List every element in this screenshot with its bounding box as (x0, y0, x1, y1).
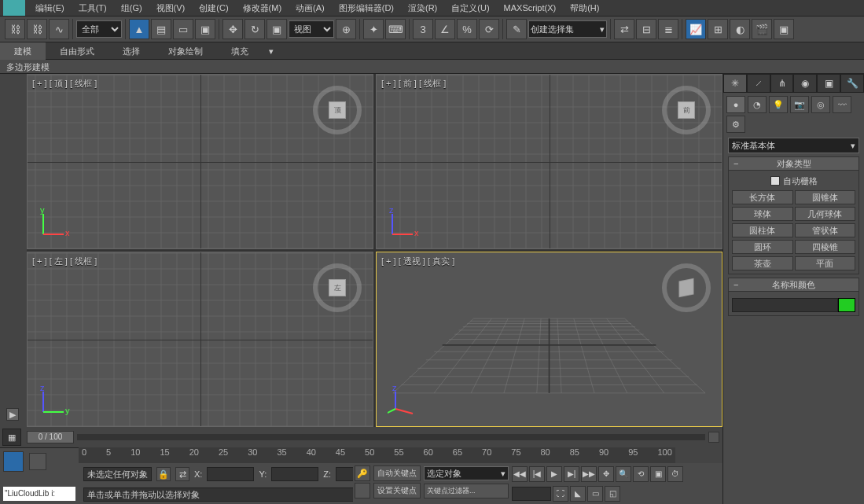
goto-start-icon[interactable]: ◀◀ (512, 466, 528, 482)
align-icon[interactable]: ⊟ (636, 19, 656, 39)
menu-tools[interactable]: 工具(T) (72, 2, 114, 14)
btn-torus[interactable]: 圆环 (732, 240, 793, 254)
abs-rel-icon[interactable]: ⇄ (175, 467, 189, 481)
angle-snap-icon[interactable]: ∠ (435, 19, 455, 39)
render-frame-icon[interactable]: ▣ (774, 19, 794, 39)
select-icon[interactable]: ▲ (129, 19, 149, 39)
key-target-dropdown[interactable]: 选定对象▾ (424, 466, 509, 480)
move-icon[interactable]: ✥ (222, 19, 243, 39)
y-field[interactable] (271, 467, 318, 481)
nav-fov-icon[interactable]: ◣ (570, 486, 586, 502)
pivot-icon[interactable]: ⊕ (336, 19, 356, 39)
rollout-name-color[interactable]: 名称和颜色 (728, 278, 859, 292)
viewcube-top[interactable]: 顶 (313, 86, 362, 134)
setkey-button[interactable]: 设置关键点 (373, 483, 421, 498)
viewport-front[interactable]: [ + ] [ 前 ] [ 线框 ] 前 zx (376, 74, 722, 249)
tab-motion-icon[interactable]: ◉ (793, 74, 817, 93)
cat-geometry-icon[interactable]: ● (726, 96, 745, 113)
vp-persp-label[interactable]: [ + ] [ 透视 ] [ 真实 ] (381, 256, 454, 267)
btn-box[interactable]: 长方体 (732, 190, 793, 204)
nav-maximize-icon[interactable]: ▣ (650, 466, 666, 482)
menu-modifier[interactable]: 修改器(M) (236, 2, 289, 14)
viewcube-persp[interactable] (662, 263, 711, 312)
ribbon-populate[interactable]: 填充 (217, 42, 263, 60)
goto-end-icon[interactable]: ▶▶ (581, 466, 597, 482)
menu-edit[interactable]: 编辑(E) (28, 2, 72, 14)
menu-customize[interactable]: 自定义(U) (444, 2, 496, 14)
viewport-perspective[interactable]: [ + ] [ 透视 ] [ 真实 ] z (376, 252, 722, 427)
render-setup-icon[interactable]: 🎬 (752, 19, 772, 39)
cat-shapes-icon[interactable]: ◔ (748, 96, 767, 113)
tab-hierarchy-icon[interactable]: ⋔ (770, 74, 794, 93)
btn-plane[interactable]: 平面 (795, 256, 856, 270)
bind-icon[interactable]: ∿ (49, 19, 69, 39)
viewport-top[interactable]: [ + ] [ 顶 ] [ 线框 ] 顶 yx (27, 74, 373, 249)
btn-teapot[interactable]: 茶壶 (732, 256, 793, 270)
btn-tube[interactable]: 管状体 (795, 223, 856, 237)
next-frame-icon[interactable]: ▶| (564, 466, 579, 482)
nav-zoom-icon[interactable]: 🔍 (616, 466, 631, 482)
menu-help[interactable]: 帮助(H) (563, 2, 606, 14)
viewcube-left[interactable]: 左 (313, 263, 362, 312)
vp-left-label[interactable]: [ + ] [ 左 ] [ 线框 ] (32, 256, 97, 267)
vp-front-label[interactable]: [ + ] [ 前 ] [ 线框 ] (381, 78, 446, 90)
rollout-object-type[interactable]: 对象类型 (728, 156, 859, 171)
autogrid-check[interactable]: 自动栅格 (732, 174, 855, 188)
nav-region-icon[interactable]: ▭ (587, 486, 603, 502)
curve-editor-icon[interactable]: 📈 (686, 19, 706, 39)
btn-pyramid[interactable]: 四棱锥 (795, 240, 856, 254)
cat-helpers-icon[interactable]: ◎ (811, 96, 830, 113)
cat-spacewarps-icon[interactable]: 〰 (833, 96, 851, 113)
mirror-icon[interactable]: ⇄ (614, 19, 634, 39)
select-name-icon[interactable]: ▤ (151, 19, 171, 39)
nav-orbit-icon[interactable]: ⟲ (633, 466, 649, 482)
ribbon-model[interactable]: 建模 (0, 42, 46, 60)
tab-display-icon[interactable]: ▣ (817, 74, 840, 93)
play-icon[interactable]: ▶ (546, 466, 562, 482)
rotate-icon[interactable]: ↻ (244, 19, 265, 39)
selection-filter[interactable]: 全部 (76, 20, 122, 38)
menu-anim[interactable]: 动画(A) (289, 2, 332, 14)
keymode-icon[interactable]: ⌨ (385, 19, 406, 39)
viewcube-front[interactable]: 前 (662, 86, 711, 134)
btn-cone[interactable]: 圆锥体 (795, 190, 856, 204)
named-sel-icon[interactable]: ✎ (506, 19, 527, 39)
nav-min-max-icon[interactable]: ◱ (605, 486, 620, 502)
cat-systems-icon[interactable]: ⚙ (726, 116, 745, 133)
cat-lights-icon[interactable]: 💡 (769, 96, 788, 113)
viewport-layout-icon[interactable] (3, 451, 24, 472)
ribbon-freeform[interactable]: 自由形式 (46, 42, 108, 60)
primitive-dropdown[interactable]: 标准基本体▾ (728, 138, 859, 153)
schematic-icon[interactable]: ⊞ (708, 19, 728, 39)
ribbon-sub[interactable]: 多边形建模 (0, 60, 864, 74)
spinner-snap-icon[interactable]: ⟳ (479, 19, 499, 39)
vp-top-label[interactable]: [ + ] [ 顶 ] [ 线框 ] (32, 78, 97, 90)
menu-group[interactable]: 组(G) (114, 2, 149, 14)
color-swatch[interactable] (838, 298, 855, 312)
nav-pan-icon[interactable]: ✥ (598, 466, 614, 482)
key-icon[interactable]: 🔑 (355, 465, 370, 481)
menu-create[interactable]: 创建(C) (192, 2, 235, 14)
autokey-button[interactable]: 自动关键点 (373, 465, 421, 481)
current-frame-field[interactable] (512, 487, 551, 501)
menu-maxscript[interactable]: MAXScript(X) (497, 3, 564, 13)
key-filter-button[interactable]: 关键点过滤器... (424, 484, 509, 498)
layers-icon[interactable]: ≣ (658, 19, 678, 39)
name-field[interactable] (732, 298, 838, 312)
prev-frame-icon[interactable]: |◀ (529, 466, 545, 482)
x-field[interactable] (207, 467, 254, 481)
ribbon-select[interactable]: 选择 (108, 42, 154, 60)
script-listener[interactable]: "LiuCloudLib i: (3, 487, 75, 501)
timeconfig-icon[interactable]: ▦ (2, 429, 21, 446)
tab-create-icon[interactable]: ✳ (723, 74, 747, 93)
ribbon-caret-icon[interactable]: ▾ (263, 42, 280, 60)
lock-icon[interactable]: 🔒 (156, 467, 171, 481)
menu-render[interactable]: 渲染(R) (401, 2, 444, 14)
menu-view[interactable]: 视图(V) (149, 2, 193, 14)
snap-icon[interactable]: 3 (413, 19, 433, 39)
setkey-icon[interactable] (355, 483, 370, 498)
link-icon[interactable]: ⛓ (5, 19, 25, 39)
ref-coord[interactable]: 视图 (289, 20, 334, 38)
tab-utility-icon[interactable]: 🔧 (840, 74, 864, 93)
ribbon-paint[interactable]: 对象绘制 (154, 42, 217, 60)
